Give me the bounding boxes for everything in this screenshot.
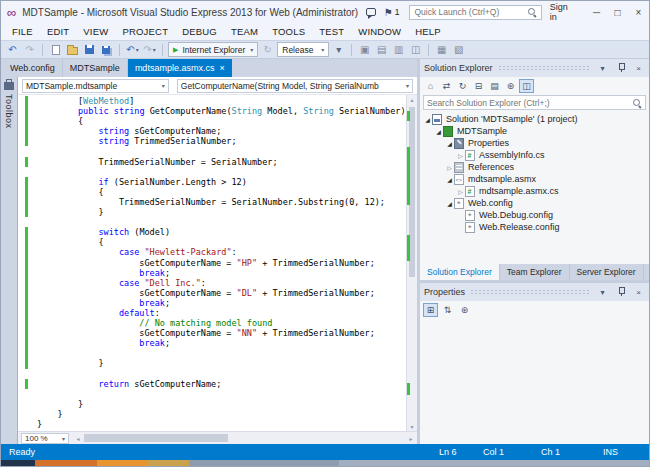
menu-item-help[interactable]: HELP — [408, 26, 448, 37]
code-line[interactable] — [18, 167, 406, 177]
nav-backward-icon[interactable]: ↶ — [5, 42, 20, 57]
open-file-icon[interactable] — [65, 42, 80, 57]
refresh-browser-icon[interactable]: ↻ — [260, 42, 275, 57]
command-window-icon[interactable]: ▤ — [374, 42, 389, 57]
property-pages-icon[interactable]: ⊛ — [457, 303, 472, 317]
tree-expanded-icon[interactable]: ◢ — [423, 116, 432, 123]
code-line[interactable]: return sGetComputerName; — [18, 379, 406, 389]
tree-item-solution-mdtsample-1-project[interactable]: ◢Solution 'MDTSample' (1 project) — [420, 113, 649, 125]
categorized-icon[interactable]: ⊞ — [423, 303, 438, 317]
sign-in-link[interactable]: Sign in — [550, 2, 576, 22]
editor-tab-mdtsample-asmx-cs[interactable]: mdtsample.asmx.cs× — [128, 59, 232, 77]
code-line[interactable] — [18, 146, 406, 156]
tree-collapsed-icon[interactable]: ▷ — [445, 164, 454, 171]
code-line[interactable]: string TrimmedSerialNumber; — [18, 136, 406, 146]
tree-item-mdtsample-asmx[interactable]: ◢mdtsample.asmx — [420, 173, 649, 185]
vertical-scrollbar[interactable]: ▴ ▾ — [406, 95, 417, 431]
code-line[interactable]: { — [18, 116, 406, 126]
menu-item-team[interactable]: TEAM — [224, 26, 265, 37]
code-line[interactable]: sGetComputerName = "DL" + TrimmedSerialN… — [18, 288, 406, 298]
zoom-dropdown[interactable]: 100 % ▾ — [21, 433, 69, 444]
solution-configuration-select[interactable]: Release▾ — [277, 42, 329, 57]
tab-server-explorer[interactable]: Server Explorer — [570, 264, 644, 280]
code-line[interactable]: case "Hewlett-Packard": — [18, 247, 406, 257]
close-button[interactable]: × — [628, 3, 649, 21]
code-line[interactable]: TrimmedSerialNumber = SerialNumber; — [18, 157, 406, 167]
tree-item-assemblyinfo-cs[interactable]: ▷AssemblyInfo.cs — [420, 149, 649, 161]
code-line[interactable]: sGetComputerName = "HP" + TrimmedSerialN… — [18, 258, 406, 268]
scroll-right-icon[interactable]: ▸ — [405, 435, 417, 442]
switch-views-icon[interactable]: ⇄ — [439, 79, 454, 93]
code-line[interactable]: } — [18, 358, 406, 368]
close-tab-icon[interactable]: × — [219, 63, 224, 73]
toolbox-tab[interactable]: Toolbox — [1, 77, 17, 444]
type-dropdown[interactable]: MDTSample.mdtsample ▾ — [22, 79, 169, 93]
tree-expanded-icon[interactable]: ◢ — [445, 140, 454, 147]
tree-item-references[interactable]: ▷References — [420, 161, 649, 173]
menu-item-file[interactable]: FILE — [5, 26, 40, 37]
tree-collapsed-icon[interactable]: ▷ — [456, 188, 465, 195]
tab-team-explorer[interactable]: Team Explorer — [500, 264, 570, 280]
code-line[interactable] — [18, 348, 406, 358]
start-debugging-button[interactable]: ▶Internet Explorer▾ — [168, 42, 258, 57]
code-line[interactable]: } — [18, 409, 406, 419]
home-icon[interactable]: ⌂ — [423, 79, 438, 93]
menu-item-view[interactable]: VIEW — [76, 26, 115, 37]
pin-icon[interactable] — [614, 62, 627, 74]
code-line[interactable]: default: — [18, 308, 406, 318]
code-line[interactable]: if (SerialNumber.Length > 12) — [18, 177, 406, 187]
solution-search-input[interactable] — [427, 98, 632, 108]
menu-item-tools[interactable]: TOOLS — [265, 26, 312, 37]
tree-item-mdtsample-asmx-cs[interactable]: ▷mdtsample.asmx.cs — [420, 185, 649, 197]
code-line[interactable] — [18, 389, 406, 399]
options-icon[interactable]: ▧ — [451, 42, 466, 57]
tab-solution-explorer[interactable]: Solution Explorer — [420, 264, 500, 280]
horizontal-scrollbar[interactable] — [84, 432, 405, 444]
code-line[interactable]: switch (Model) — [18, 227, 406, 237]
find-in-files-icon[interactable]: ▣ — [357, 42, 372, 57]
window-position-icon[interactable]: ▾ — [596, 64, 609, 73]
scroll-left-icon[interactable]: ◂ — [72, 435, 84, 442]
code-line[interactable]: { — [18, 237, 406, 247]
tree-expanded-icon[interactable]: ◢ — [445, 176, 454, 183]
output-window-icon[interactable]: ◫ — [408, 42, 423, 57]
editor-tab-web-config[interactable]: Web.config — [3, 59, 63, 77]
menu-item-project[interactable]: PROJECT — [115, 26, 175, 37]
code-line[interactable] — [18, 217, 406, 227]
code-line[interactable]: sGetComputerName = "NN" + TrimmedSerialN… — [18, 328, 406, 338]
show-all-files-icon[interactable]: ▤ — [487, 79, 502, 93]
new-project-icon[interactable] — [48, 42, 63, 57]
feedback-icon[interactable] — [366, 8, 376, 16]
code-lines[interactable]: [WebMethod] public string GetComputerNam… — [18, 95, 406, 431]
code-line[interactable]: public string GetComputerName(String Mod… — [18, 106, 406, 116]
menu-item-window[interactable]: WINDOW — [351, 26, 408, 37]
code-line[interactable]: break; — [18, 298, 406, 308]
tree-expanded-icon[interactable]: ◢ — [445, 200, 454, 207]
save-all-icon[interactable] — [99, 42, 114, 57]
code-line[interactable]: { — [18, 187, 406, 197]
quick-launch-input[interactable] — [414, 7, 526, 17]
extensions-icon[interactable]: ▦ — [434, 42, 449, 57]
horizontal-scrollbar-thumb[interactable] — [84, 434, 228, 442]
window-position-icon[interactable]: ▾ — [596, 288, 609, 297]
minimize-button[interactable]: ─ — [586, 3, 607, 21]
tree-collapsed-icon[interactable]: ▷ — [456, 152, 465, 159]
editor-tab-mdtsample[interactable]: MDTSample — [63, 59, 128, 77]
nav-forward-icon[interactable]: ↷ — [22, 42, 37, 57]
alphabetical-icon[interactable]: ⇅ — [440, 303, 455, 317]
menu-item-test[interactable]: TEST — [312, 26, 351, 37]
code-line[interactable]: } — [18, 419, 406, 429]
menu-item-debug[interactable]: DEBUG — [175, 26, 224, 37]
immediate-window-icon[interactable]: ▥ — [391, 42, 406, 57]
preview-selected-items-icon[interactable]: ◫ — [519, 79, 534, 93]
save-icon[interactable] — [82, 42, 97, 57]
properties-icon[interactable]: ⊛ — [503, 79, 518, 93]
code-line[interactable]: break; — [18, 338, 406, 348]
menu-item-edit[interactable]: EDIT — [40, 26, 76, 37]
notifications-button[interactable]: ⚑ 1 — [384, 7, 400, 18]
redo-icon[interactable]: ↷▾ — [142, 42, 157, 57]
undo-icon[interactable]: ↶▾ — [125, 42, 140, 57]
tree-item-properties[interactable]: ◢Properties — [420, 137, 649, 149]
maximize-button[interactable]: □ — [607, 3, 628, 21]
platform-select-icon[interactable]: ▾ — [331, 42, 346, 57]
